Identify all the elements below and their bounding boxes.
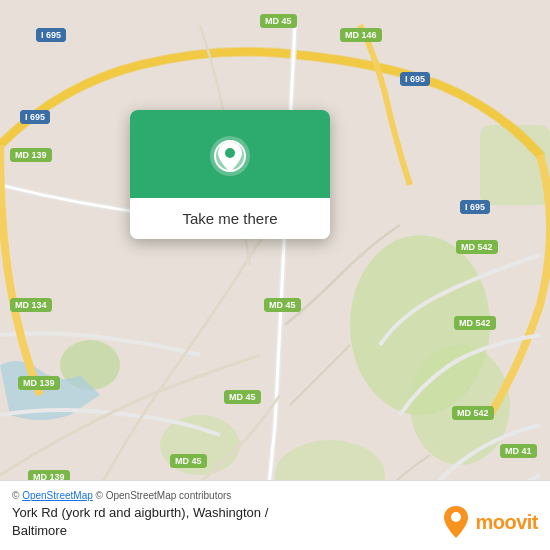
road-label-md45-vbot: MD 45 [170, 454, 207, 468]
road-label-md134: MD 134 [10, 298, 52, 312]
osm-contributors: © OpenStreetMap contributors [96, 490, 232, 501]
road-label-i695-mid: I 695 [20, 110, 50, 124]
osm-credit: © OpenStreetMap © OpenStreetMap contribu… [12, 489, 442, 502]
osm-copyright-symbol: © [12, 490, 19, 501]
popup-card: Take me there [130, 110, 330, 239]
take-me-there-button[interactable]: Take me there [130, 198, 330, 239]
road-label-i695-right: I 695 [460, 200, 490, 214]
moovit-logo[interactable]: moovit [442, 504, 538, 540]
location-label: York Rd (york rd and aigburth), Washingt… [12, 504, 442, 540]
road-label-md139-sw: MD 139 [18, 376, 60, 390]
road-label-md139-nw: MD 139 [10, 148, 52, 162]
svg-point-9 [225, 148, 235, 158]
road-label-i695-ne: I 695 [400, 72, 430, 86]
road-label-i695-nw: I 695 [36, 28, 66, 42]
location-pin-icon [208, 134, 252, 178]
road-label-md542-mid: MD 542 [454, 316, 496, 330]
osm-link[interactable]: OpenStreetMap [22, 490, 93, 501]
road-label-md542-bot: MD 542 [452, 406, 494, 420]
location-city: Baltimore [12, 523, 67, 538]
road-label-md542-top: MD 542 [456, 240, 498, 254]
road-label-md146: MD 146 [340, 28, 382, 42]
bottom-bar: © OpenStreetMap © OpenStreetMap contribu… [0, 480, 550, 550]
popup-green-area [130, 110, 330, 198]
map-svg [0, 0, 550, 550]
road-label-md45-top: MD 45 [260, 14, 297, 28]
road-label-md41: MD 41 [500, 444, 537, 458]
road-label-md45-bot: MD 45 [224, 390, 261, 404]
svg-point-10 [451, 512, 461, 522]
location-name: York Rd (york rd and aigburth), Washingt… [12, 505, 268, 520]
moovit-pin-icon [442, 504, 470, 540]
map-container: I 695 MD 45 MD 146 I 695 I 695 MD 139 I … [0, 0, 550, 550]
road-label-md45-mid: MD 45 [264, 298, 301, 312]
moovit-text: moovit [475, 511, 538, 534]
